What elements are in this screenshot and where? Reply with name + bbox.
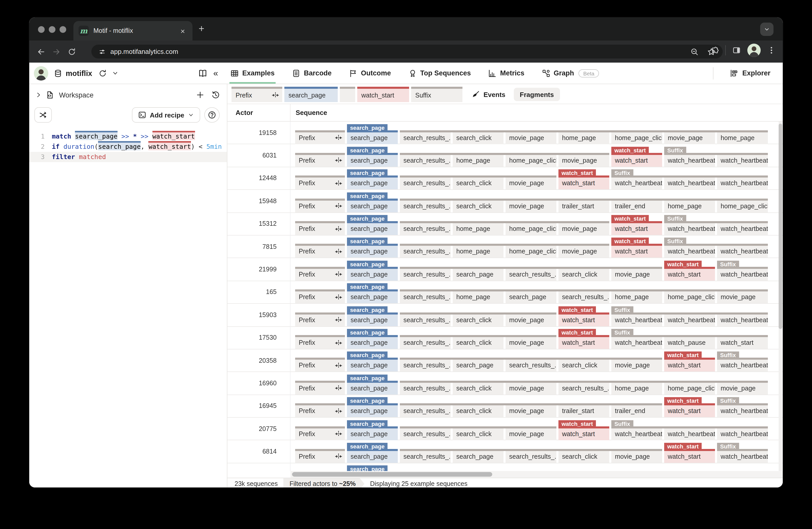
event-cell[interactable]: watch_heartbeat <box>717 246 768 258</box>
user-avatar[interactable] <box>34 66 48 80</box>
tab-outcome[interactable]: Outcome <box>349 63 391 84</box>
tab-top-sequences[interactable]: Top Sequences <box>408 63 471 84</box>
window-control-dot[interactable] <box>60 26 66 33</box>
url-text[interactable]: app.motifanalytics.com <box>110 48 690 55</box>
filter-segment-gap[interactable] <box>340 87 355 102</box>
browser-menu-icon[interactable] <box>767 46 775 54</box>
filter-segment-watch_start[interactable]: watch_start <box>357 87 409 102</box>
event-cell[interactable]: watch_start <box>664 360 715 372</box>
actor-id[interactable]: 16945 <box>227 395 291 417</box>
prefix-cell[interactable]: Prefix <box>295 200 345 212</box>
prefix-cell[interactable]: Prefix <box>295 428 345 440</box>
tab-examples[interactable]: Examples <box>230 63 275 84</box>
window-controls[interactable] <box>38 26 66 33</box>
event-cell[interactable]: movie_page <box>664 132 715 144</box>
event-cell[interactable]: search_page <box>347 269 398 281</box>
prefix-cell[interactable]: Prefix <box>295 132 345 144</box>
prefix-cell[interactable]: Prefix <box>295 178 345 190</box>
event-cell[interactable]: watch_heartbeat <box>611 314 662 326</box>
event-cell[interactable]: search_click <box>559 269 609 281</box>
event-cell[interactable]: movie_page <box>717 291 768 303</box>
event-cell[interactable]: watch_heartbeat <box>717 314 768 326</box>
zoom-out-icon[interactable] <box>690 47 699 56</box>
event-cell[interactable]: watch_start <box>717 337 768 349</box>
event-cell[interactable]: search_results_... <box>400 360 451 372</box>
chevron-down-icon[interactable] <box>112 70 118 76</box>
event-cell[interactable]: watch_heartbeat <box>611 178 662 190</box>
event-cell[interactable]: watch_heartbeat <box>611 337 662 349</box>
event-cell[interactable]: home_page_click <box>506 155 556 167</box>
event-cell[interactable]: search_page <box>347 451 398 463</box>
event-cell[interactable]: watch_start <box>559 428 609 440</box>
window-control-dot[interactable] <box>49 26 55 33</box>
event-cell[interactable]: home_page <box>453 155 504 167</box>
event-cell[interactable]: search_page <box>347 314 398 326</box>
event-cell[interactable]: search_results_... <box>400 383 451 395</box>
prefix-cell[interactable]: Prefix <box>295 314 345 326</box>
code-editor[interactable]: 1match search_page >> * >> watch_start2i… <box>29 125 227 162</box>
event-cell[interactable]: watch_heartbeat <box>664 428 715 440</box>
event-cell[interactable]: search_page <box>453 269 504 281</box>
event-cell[interactable]: search_click <box>453 178 504 190</box>
event-cell[interactable]: movie_page <box>611 451 662 463</box>
event-cell[interactable]: search_results_... <box>400 291 451 303</box>
back-button[interactable] <box>33 44 49 59</box>
event-cell[interactable]: search_click <box>453 314 504 326</box>
event-cell[interactable]: search_page <box>347 383 398 395</box>
event-cell[interactable]: search_results_... <box>400 155 451 167</box>
event-cell[interactable]: search_click <box>453 383 504 395</box>
prefix-cell[interactable]: Prefix <box>295 360 345 372</box>
chevron-right-icon[interactable] <box>35 92 42 98</box>
event-cell[interactable]: home_page_click <box>664 383 715 395</box>
event-cell[interactable]: search_results_... <box>400 178 451 190</box>
event-cell[interactable]: movie_page <box>559 155 609 167</box>
event-cell[interactable]: watch_heartbeat <box>664 246 715 258</box>
actor-id[interactable]: 16960 <box>227 372 291 395</box>
event-cell[interactable]: movie_page <box>506 428 556 440</box>
event-cell[interactable]: search_click <box>453 405 504 417</box>
event-cell[interactable]: movie_page <box>611 269 662 281</box>
event-cell[interactable]: trailer_start <box>559 200 609 212</box>
prefix-cell[interactable]: Prefix <box>295 405 345 417</box>
actor-id[interactable]: 12448 <box>227 167 291 190</box>
workspace-label[interactable]: Workspace <box>59 91 192 99</box>
event-cell[interactable]: watch_start <box>611 155 662 167</box>
event-cell[interactable]: movie_page <box>506 132 556 144</box>
forward-button[interactable] <box>49 44 64 59</box>
event-cell[interactable]: search_page <box>347 360 398 372</box>
event-cell[interactable]: search_click <box>559 451 609 463</box>
event-cell[interactable]: home_page <box>664 200 715 212</box>
event-cell[interactable]: watch_pause <box>664 337 715 349</box>
event-cell[interactable]: trailer_end <box>611 200 662 212</box>
refresh-icon[interactable] <box>98 69 106 77</box>
filter-segment-suffix[interactable]: Suffix <box>411 87 462 102</box>
event-cell[interactable]: search_page <box>347 223 398 235</box>
event-cell[interactable]: watch_start <box>611 246 662 258</box>
event-cell[interactable]: search_click <box>453 337 504 349</box>
browser-profile-avatar[interactable] <box>747 44 761 57</box>
event-cell[interactable]: search_results_... <box>400 451 451 463</box>
event-cell[interactable]: watch_start <box>611 223 662 235</box>
extensions-icon[interactable] <box>710 46 719 54</box>
actor-id[interactable]: 17530 <box>227 327 291 349</box>
event-cell[interactable]: home_page_click <box>611 132 662 144</box>
event-cell[interactable]: search_results_... <box>506 451 556 463</box>
add-recipe-button[interactable]: Add recipe <box>132 107 200 123</box>
event-cell[interactable]: home_page <box>559 132 609 144</box>
event-cell[interactable]: watch_heartbeat <box>717 428 768 440</box>
event-cell[interactable]: watch_heartbeat <box>717 223 768 235</box>
event-cell[interactable]: search_click <box>559 360 609 372</box>
event-cell[interactable]: search_results_... <box>506 269 556 281</box>
event-cell[interactable]: watch_heartbeat <box>664 314 715 326</box>
history-icon[interactable] <box>212 91 220 99</box>
event-cell[interactable]: movie_page <box>506 178 556 190</box>
actor-id[interactable]: 20358 <box>227 349 291 372</box>
event-cell[interactable]: search_page <box>347 155 398 167</box>
event-cell[interactable]: home_page <box>453 291 504 303</box>
event-cell[interactable]: home_page_click <box>717 200 768 212</box>
side-panel-icon[interactable] <box>733 46 741 54</box>
event-cell[interactable]: search_results_... <box>400 269 451 281</box>
event-cell[interactable]: search_page <box>453 360 504 372</box>
event-cell[interactable]: search_results_... <box>559 291 609 303</box>
event-cell[interactable]: movie_page <box>611 360 662 372</box>
